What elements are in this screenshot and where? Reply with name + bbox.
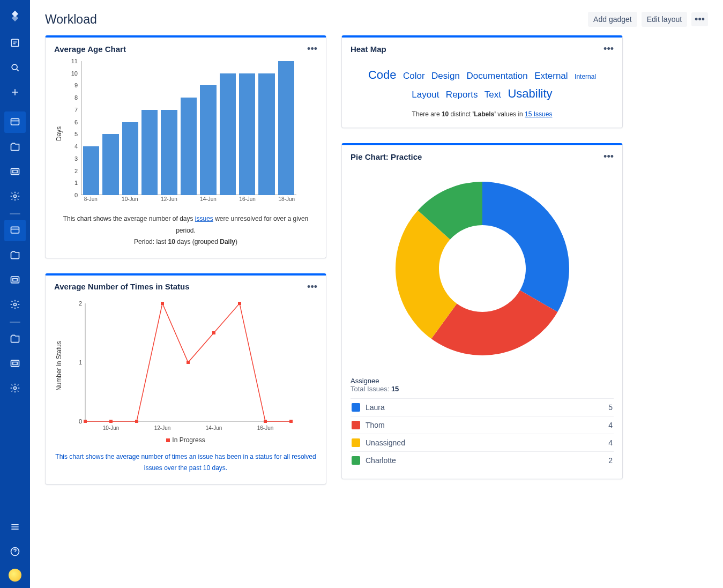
- svg-rect-10: [11, 360, 19, 367]
- gadget-times-in-status: Average Number of Times in Status ••• Nu…: [45, 273, 326, 485]
- pie-total: Total Issues: 15: [351, 385, 614, 393]
- svg-rect-3: [11, 168, 19, 175]
- gadget-more-icon[interactable]: •••: [603, 152, 614, 161]
- svg-rect-8: [13, 279, 17, 281]
- nav-menu-icon[interactable]: [4, 516, 26, 538]
- pie-row-label: Thom: [366, 421, 385, 429]
- pie-row-label: Laura: [366, 403, 385, 412]
- add-gadget-button[interactable]: Add gadget: [588, 12, 637, 27]
- nav-dashboard2-icon[interactable]: [4, 220, 26, 241]
- svg-rect-6: [11, 227, 19, 233]
- svg-text:2: 2: [79, 300, 82, 307]
- age-caption: This chart shows the average number of d…: [54, 213, 317, 248]
- heat-tag-text[interactable]: Text: [485, 90, 501, 100]
- svg-rect-2: [11, 118, 19, 125]
- age-bar-chart: 01234567891011 8-Jun10-Jun12-Jun14-Jun16…: [66, 61, 296, 206]
- nav-boards-icon[interactable]: [4, 161, 26, 182]
- svg-point-9: [14, 303, 17, 306]
- page-title: Workload: [45, 12, 97, 27]
- edit-layout-button[interactable]: Edit layout: [642, 12, 687, 27]
- heat-tag-color[interactable]: Color: [403, 71, 425, 81]
- svg-text:16-Jun: 16-Jun: [257, 425, 274, 431]
- main-content: Workload Add gadget Edit layout ••• Aver…: [30, 0, 723, 588]
- bar: [141, 110, 158, 195]
- age-issues-link[interactable]: issues: [195, 215, 213, 222]
- svg-point-12: [14, 387, 17, 390]
- nav-help-icon[interactable]: [4, 541, 26, 562]
- heat-tag-usability[interactable]: Usability: [508, 87, 552, 100]
- gadget-more-icon[interactable]: •••: [307, 44, 317, 54]
- pie-row-label: Charlotte: [366, 456, 396, 465]
- svg-rect-11: [13, 362, 17, 365]
- pie-row-label: Unassigned: [366, 438, 405, 447]
- pie-legend-title: Assignee: [351, 377, 614, 385]
- bar: [200, 85, 216, 195]
- nav-work-icon[interactable]: [4, 32, 26, 54]
- pie-row-value: 4: [608, 438, 613, 447]
- nav-settings-icon[interactable]: [4, 185, 26, 207]
- svg-text:0: 0: [79, 418, 82, 425]
- heat-tag-design[interactable]: Design: [431, 71, 460, 81]
- svg-text:1: 1: [79, 359, 82, 366]
- dashboard-more-button[interactable]: •••: [691, 12, 708, 26]
- heat-tag-cloud: Code Color Design Documentation External…: [351, 61, 614, 106]
- nav-projects3-icon[interactable]: [4, 328, 26, 349]
- heat-tag-internal[interactable]: Internal: [575, 73, 596, 80]
- svg-point-5: [14, 195, 17, 198]
- page-header: Workload Add gadget Edit layout •••: [45, 12, 708, 27]
- nav-projects2-icon[interactable]: [4, 244, 26, 266]
- left-navigation: [0, 0, 30, 588]
- gadget-title: Pie Chart: Practice: [351, 152, 422, 161]
- svg-rect-29: [238, 302, 241, 305]
- nav-settings2-icon[interactable]: [4, 294, 26, 315]
- heat-issues-link[interactable]: 15 Issues: [525, 110, 552, 118]
- svg-text:12-Jun: 12-Jun: [154, 425, 171, 431]
- heat-tag-layout[interactable]: Layout: [412, 90, 439, 100]
- pie-legend-row[interactable]: Charlotte2: [351, 451, 614, 469]
- nav-settings3-icon[interactable]: [4, 377, 26, 399]
- pie-legend-row[interactable]: Unassigned4: [351, 434, 614, 451]
- bar: [83, 146, 99, 195]
- gadget-title: Heat Map: [351, 44, 386, 54]
- gadget-more-icon[interactable]: •••: [307, 282, 317, 292]
- svg-rect-7: [11, 277, 19, 283]
- pie-legend-row[interactable]: Thom4: [351, 416, 614, 434]
- status-caption: This chart shows the average number of t…: [54, 451, 317, 474]
- nav-projects-icon[interactable]: [4, 136, 26, 158]
- heat-tag-external[interactable]: External: [534, 71, 568, 81]
- bar: [278, 61, 294, 195]
- nav-profile-avatar[interactable]: [9, 569, 21, 582]
- bar: [122, 122, 138, 195]
- svg-rect-23: [84, 420, 87, 423]
- heat-tag-code[interactable]: Code: [368, 68, 397, 81]
- bar: [220, 73, 236, 195]
- pie-legend-row[interactable]: Laura5: [351, 398, 614, 416]
- nav-search-icon[interactable]: [4, 57, 26, 78]
- svg-rect-31: [289, 420, 293, 423]
- jira-logo-icon[interactable]: [8, 10, 23, 25]
- gadget-heat-map: Heat Map ••• Code Color Design Documenta…: [341, 35, 623, 128]
- heat-tag-reports[interactable]: Reports: [446, 90, 478, 100]
- gadget-pie-chart: Pie Chart: Practice ••• Assignee Total I…: [341, 143, 623, 479]
- pie-row-value: 5: [608, 403, 613, 412]
- pie-donut: [386, 172, 579, 365]
- svg-text:10-Jun: 10-Jun: [103, 425, 120, 431]
- nav-dashboard-icon[interactable]: [4, 111, 26, 133]
- pie-swatch: [352, 438, 360, 447]
- bar: [161, 110, 177, 195]
- pie-swatch: [352, 456, 360, 465]
- gadget-title: Average Age Chart: [54, 44, 126, 54]
- gadget-title: Average Number of Times in Status: [54, 282, 190, 291]
- nav-boards3-icon[interactable]: [4, 353, 26, 374]
- status-ylabel: Number in Status: [54, 299, 63, 433]
- nav-create-icon[interactable]: [4, 81, 26, 103]
- heat-tag-documentation[interactable]: Documentation: [466, 71, 527, 81]
- age-ylabel: Days: [54, 61, 63, 206]
- nav-boards2-icon[interactable]: [4, 269, 26, 291]
- svg-rect-27: [187, 361, 190, 364]
- gadget-more-icon[interactable]: •••: [603, 44, 614, 54]
- header-actions: Add gadget Edit layout •••: [588, 12, 708, 27]
- bar: [181, 98, 197, 195]
- bar: [258, 73, 274, 195]
- svg-rect-26: [161, 302, 164, 305]
